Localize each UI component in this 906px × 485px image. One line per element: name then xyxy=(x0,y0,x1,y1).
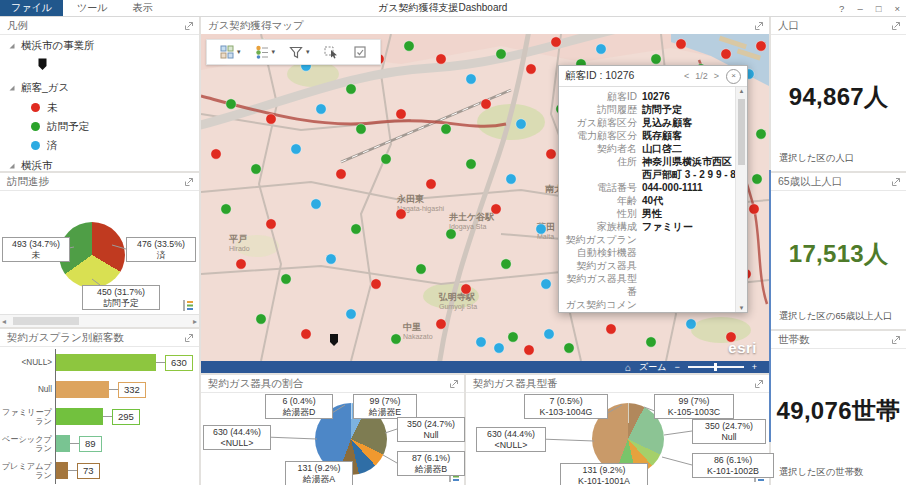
customer-point[interactable] xyxy=(441,124,451,134)
customer-point[interactable] xyxy=(466,159,476,169)
customer-point[interactable] xyxy=(381,154,391,164)
popup-scrollbar-thumb[interactable] xyxy=(738,99,745,165)
customer-point[interactable] xyxy=(356,124,366,134)
customer-point[interactable] xyxy=(211,149,221,159)
zoom-out-button[interactable]: − xyxy=(674,362,679,372)
tree-expand-icon[interactable] xyxy=(8,162,16,170)
customer-point[interactable] xyxy=(346,84,356,94)
customer-point[interactable] xyxy=(596,44,606,54)
popup-close-icon[interactable]: × xyxy=(726,69,741,84)
customer-point[interactable] xyxy=(756,41,766,51)
filter-tool[interactable]: ▾ xyxy=(283,46,316,59)
expand-panel-icon[interactable] xyxy=(891,335,901,345)
customer-point[interactable] xyxy=(749,204,759,214)
popup-scrollbar[interactable]: ▴▾ xyxy=(735,87,747,312)
customer-point[interactable] xyxy=(506,174,516,184)
customer-point[interactable] xyxy=(236,259,246,269)
customer-point[interactable] xyxy=(651,54,661,64)
popup-prev-button[interactable]: < xyxy=(684,71,689,81)
customer-point[interactable] xyxy=(536,224,546,234)
expand-panel-icon[interactable] xyxy=(184,21,194,31)
customer-point[interactable] xyxy=(491,204,501,214)
customer-point[interactable] xyxy=(416,264,426,274)
select-tool[interactable] xyxy=(318,45,345,59)
customer-point[interactable] xyxy=(316,104,326,114)
customer-point[interactable] xyxy=(404,41,414,51)
customer-point[interactable] xyxy=(606,324,616,334)
customer-point[interactable] xyxy=(496,49,506,59)
customer-point[interactable] xyxy=(686,319,696,329)
customer-point[interactable] xyxy=(494,343,504,353)
customer-point[interactable] xyxy=(546,149,556,159)
tab-file[interactable]: ファイル xyxy=(0,0,63,16)
customer-point[interactable] xyxy=(461,284,471,294)
customer-point[interactable] xyxy=(336,169,346,179)
customer-point[interactable] xyxy=(281,274,291,284)
customer-point[interactable] xyxy=(301,329,311,339)
customer-point[interactable] xyxy=(756,129,766,139)
customer-point[interactable] xyxy=(256,314,266,324)
tab-view[interactable]: 表示 xyxy=(122,0,164,16)
scrollbar-thumb[interactable] xyxy=(13,317,79,325)
customer-point[interactable] xyxy=(676,39,686,49)
tree-expand-icon[interactable] xyxy=(8,84,16,92)
customer-point[interactable] xyxy=(501,259,511,269)
panel-splitter[interactable] xyxy=(769,170,771,442)
zoom-in-button[interactable]: + xyxy=(752,362,757,372)
home-icon[interactable]: ⌂ xyxy=(625,362,631,373)
expand-panel-icon[interactable] xyxy=(754,379,764,389)
customer-point[interactable] xyxy=(351,224,361,234)
restore-icon[interactable]: □ xyxy=(876,3,882,14)
bar[interactable] xyxy=(56,408,103,425)
minimize-icon[interactable]: – xyxy=(857,3,862,14)
customer-point[interactable] xyxy=(371,279,381,289)
zoom-slider-handle[interactable] xyxy=(714,363,717,371)
customer-point[interactable] xyxy=(311,199,321,209)
customer-point[interactable] xyxy=(476,337,486,347)
customer-point[interactable] xyxy=(526,64,536,74)
customer-point[interactable] xyxy=(646,337,656,347)
expand-panel-icon[interactable] xyxy=(184,177,194,187)
customer-point[interactable] xyxy=(396,209,406,219)
help-icon[interactable]: ? xyxy=(839,3,844,14)
tree-expand-icon[interactable] xyxy=(8,42,16,50)
chart-legend-icon[interactable] xyxy=(181,299,194,312)
customer-point[interactable] xyxy=(326,254,336,264)
expand-panel-icon[interactable] xyxy=(891,177,901,187)
customer-point[interactable] xyxy=(721,49,731,59)
customer-point[interactable] xyxy=(291,144,301,154)
customer-point[interactable] xyxy=(266,219,276,229)
customer-point[interactable] xyxy=(436,54,446,64)
customer-point[interactable] xyxy=(396,109,406,119)
bar[interactable] xyxy=(56,354,156,371)
expand-panel-icon[interactable] xyxy=(891,21,901,31)
customer-point[interactable] xyxy=(391,334,401,344)
expand-panel-icon[interactable] xyxy=(184,333,194,343)
customer-point[interactable] xyxy=(516,119,526,129)
renderer-tool[interactable]: ▾ xyxy=(249,45,282,59)
expand-panel-icon[interactable] xyxy=(754,21,764,31)
customer-point[interactable] xyxy=(266,114,276,124)
customer-point[interactable] xyxy=(426,179,436,189)
legend-group-1[interactable]: 顧客_ガス xyxy=(0,77,199,98)
customer-point[interactable] xyxy=(544,329,554,339)
horizontal-scrollbar[interactable]: ◂▸ xyxy=(0,314,199,327)
customer-point[interactable] xyxy=(564,343,574,353)
customer-point[interactable] xyxy=(541,279,551,289)
customer-point[interactable] xyxy=(221,204,231,214)
bar[interactable] xyxy=(56,435,70,452)
zoom-slider[interactable] xyxy=(688,366,744,368)
basemap-tool[interactable]: ▾ xyxy=(214,45,247,59)
customer-point[interactable] xyxy=(524,345,534,355)
tab-tools[interactable]: ツール xyxy=(66,0,118,16)
customer-point[interactable] xyxy=(446,229,456,239)
customer-point[interactable] xyxy=(551,37,561,47)
close-icon[interactable]: × xyxy=(894,3,900,14)
customer-point[interactable] xyxy=(508,332,518,342)
customer-point[interactable] xyxy=(481,99,491,109)
bar[interactable] xyxy=(56,462,68,479)
customer-point[interactable] xyxy=(752,174,762,184)
legend-group-0[interactable]: 横浜市の事業所 xyxy=(0,35,199,56)
customer-point[interactable] xyxy=(466,74,476,84)
customer-point[interactable] xyxy=(226,99,236,109)
